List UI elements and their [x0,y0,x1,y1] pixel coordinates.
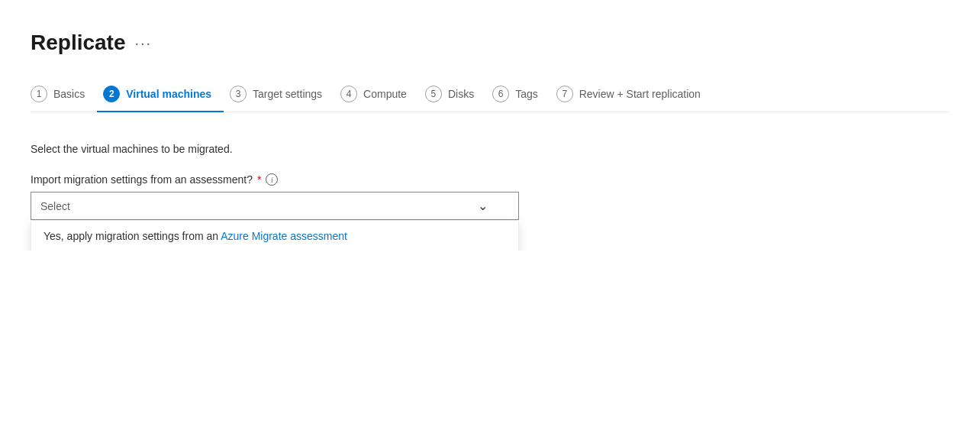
step-circle-3: 3 [230,86,247,102]
more-options-icon[interactable]: ··· [135,34,153,52]
field-label-row: Import migration settings from an assess… [31,173,949,186]
dropdown-menu: Yes, apply migration settings from an Az… [31,220,519,251]
step-circle-6: 6 [492,86,509,102]
select-placeholder: Select [40,200,70,212]
description-text: Select the virtual machines to be migrat… [31,143,949,155]
dropdown-item-yes-text: Yes, apply migration settings from an Az… [44,230,347,242]
step-label-virtual-machines: Virtual machines [126,88,211,100]
step-circle-4: 4 [340,86,357,102]
field-label-text: Import migration settings from an assess… [31,173,253,186]
page-title: Replicate [31,31,126,55]
step-disks[interactable]: 5 Disks [419,86,486,112]
dropdown-item-yes[interactable]: Yes, apply migration settings from an Az… [31,221,518,251]
step-review[interactable]: 7 Review + Start replication [550,86,713,112]
info-icon[interactable]: i [266,173,278,186]
step-label-basics: Basics [53,88,85,100]
step-tags[interactable]: 6 Tags [486,86,550,112]
step-label-target-settings: Target settings [253,88,322,100]
step-target-settings[interactable]: 3 Target settings [224,86,334,112]
step-label-disks: Disks [448,88,474,100]
step-basics[interactable]: 1 Basics [31,86,97,112]
step-label-tags: Tags [515,88,538,100]
step-circle-7: 7 [556,86,573,102]
step-circle-5: 5 [425,86,442,102]
content-area: Select the virtual machines to be migrat… [31,137,949,220]
page-container: Replicate ··· 1 Basics 2 Virtual machine… [0,0,980,251]
select-wrapper: Select ⌄ Yes, apply migration settings f… [31,192,519,220]
step-compute[interactable]: 4 Compute [334,86,419,112]
azure-migrate-link[interactable]: Azure Migrate assessment [221,230,347,242]
step-circle-1: 1 [31,86,47,102]
wizard-steps: 1 Basics 2 Virtual machines 3 Target set… [31,86,949,112]
step-virtual-machines[interactable]: 2 Virtual machines [97,86,224,112]
step-label-compute: Compute [363,88,407,100]
chevron-down-icon: ⌄ [478,199,488,213]
select-box[interactable]: Select ⌄ [31,192,519,220]
required-star: * [257,173,261,186]
page-title-row: Replicate ··· [31,31,949,55]
step-label-review: Review + Start replication [579,88,701,100]
step-circle-2: 2 [103,86,120,102]
